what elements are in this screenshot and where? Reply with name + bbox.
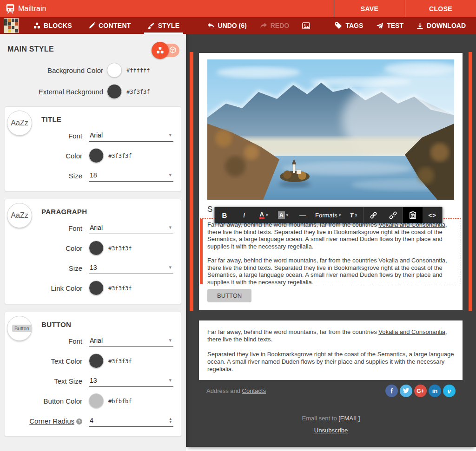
corner-radius-row: Corner Radius? 4▴▾ <box>13 414 173 428</box>
paragraph-2[interactable]: Far far away, behind the word mountains,… <box>207 257 456 286</box>
external-background-hex[interactable]: #3f3f3f <box>126 88 151 97</box>
button-textcolor-hex[interactable]: #3f3f3f <box>107 357 133 366</box>
external-background-swatch[interactable] <box>107 84 122 99</box>
paragraph-1[interactable]: Far far away, behind the word mountains,… <box>207 221 456 250</box>
paragraph-preview-badge: AaZz <box>7 203 32 228</box>
test-button[interactable]: TEST <box>370 17 409 34</box>
actions-group: TAGS TEST DOWNLOAD <box>329 17 476 34</box>
section-heading-fragment[interactable]: S <box>207 205 212 214</box>
spinner-down-icon[interactable]: ▾ <box>169 420 172 424</box>
hero-image[interactable] <box>207 59 454 200</box>
horizontal-rule-button[interactable]: — <box>293 207 312 223</box>
paragraph-card-heading: PARAGRAPH <box>41 205 173 216</box>
background-color-hex[interactable]: #ffffff <box>126 66 151 76</box>
link-button[interactable] <box>364 207 383 223</box>
button-font-select[interactable]: Arial▾ <box>89 335 173 347</box>
facebook-icon[interactable]: f <box>385 385 398 397</box>
italic-button[interactable]: I <box>234 207 254 223</box>
blocks-icon <box>33 22 40 29</box>
text-color-button[interactable]: A▾ <box>254 207 273 223</box>
title-size-select[interactable]: 18▾ <box>89 170 173 182</box>
title-font-select[interactable]: Arial▾ <box>89 130 173 142</box>
chevron-down-icon[interactable]: ▾ <box>339 213 341 217</box>
contacts-link[interactable]: Contacts <box>242 387 266 394</box>
unsubscribe-link[interactable]: Unsubscribe <box>314 427 348 434</box>
blocks-structure-toggle[interactable] <box>153 44 179 57</box>
chevron-down-icon: ▾ <box>169 224 172 230</box>
paragraph-color-hex[interactable]: #3f3f3f <box>107 244 133 254</box>
close-button[interactable]: CLOSE <box>405 0 476 17</box>
blocks-toggle-active[interactable] <box>152 42 169 59</box>
button-textcolor-swatch[interactable] <box>89 353 104 368</box>
gallery-button[interactable] <box>297 17 316 34</box>
editable-text-block[interactable]: Far far away, behind the word mountains,… <box>200 218 461 284</box>
email-block-text[interactable]: Far far away, behind the word mountains,… <box>199 320 463 380</box>
paragraph-font-select[interactable]: Arial▾ <box>89 222 173 234</box>
chevron-down-icon[interactable]: ▾ <box>266 213 268 217</box>
paragraph-linkcolor-swatch[interactable] <box>89 281 104 295</box>
paragraph-size-select[interactable]: 13▾ <box>89 262 173 274</box>
tab-content[interactable]: CONTENT <box>80 17 139 34</box>
chevron-down-icon[interactable]: ▾ <box>286 213 289 217</box>
topbar-spacer <box>46 0 334 17</box>
download-icon <box>416 22 423 29</box>
source-code-button[interactable]: <> <box>423 207 442 223</box>
email-button[interactable]: BUTTON <box>207 289 251 302</box>
googleplus-icon[interactable]: G+ <box>414 385 427 397</box>
paragraph-linkcolor-hex[interactable]: #3f3f3f <box>107 284 133 294</box>
selection-bar-right <box>469 52 472 311</box>
corner-radius-input[interactable]: 4▴▾ <box>89 415 173 427</box>
paragraph-color-row: Color #3f3f3f <box>13 241 173 255</box>
pencil-icon <box>89 22 95 29</box>
redo-label: REDO <box>271 22 289 29</box>
background-color-swatch[interactable] <box>107 63 122 78</box>
paste-as-text-button[interactable] <box>403 207 423 223</box>
paragraph-linkcolor-row: Link Color #3f3f3f <box>13 281 173 295</box>
save-button[interactable]: SAVE <box>334 0 405 17</box>
template-thumbnail[interactable] <box>4 18 19 33</box>
twitter-icon[interactable] <box>400 385 412 397</box>
tag-icon <box>335 22 342 29</box>
unlink-button[interactable] <box>383 207 403 223</box>
email-block-hero[interactable]: S Far far away, behind the word mountain… <box>199 53 463 310</box>
chevron-down-icon: ▾ <box>169 172 172 178</box>
title-size-label: Size <box>13 172 89 180</box>
undo-button[interactable]: UNDO (6) <box>202 17 252 34</box>
paragraph-color-label: Color <box>13 244 89 252</box>
editor-toolbar-bar: BLOCKS CONTENT STYLE UNDO (6) REDO <box>0 17 476 34</box>
block2-paragraph-2[interactable]: Separated they live in Bookmarksgrove ri… <box>207 351 454 373</box>
formats-dropdown[interactable]: Formats▾ <box>312 207 344 223</box>
button-color-swatch[interactable] <box>89 393 104 408</box>
tab-blocks[interactable]: BLOCKS <box>25 17 80 34</box>
history-group: UNDO (6) REDO <box>202 17 316 34</box>
corner-radius-label[interactable]: Corner Radius <box>29 417 74 425</box>
tags-button[interactable]: TAGS <box>329 17 369 34</box>
button-color-row: Button Color #bfbfbf <box>13 393 173 408</box>
email-link[interactable]: [EMAIL] <box>338 415 360 422</box>
bold-button[interactable]: B <box>215 207 234 223</box>
background-color-label: Background Color <box>0 66 107 74</box>
download-button[interactable]: DOWNLOAD <box>411 17 471 34</box>
paragraph-font-row: Font Arial▾ <box>13 221 173 235</box>
tab-style[interactable]: STYLE <box>139 17 188 34</box>
button-color-hex[interactable]: #bfbfbf <box>107 397 133 406</box>
linkedin-icon[interactable]: in <box>429 385 441 397</box>
tab-blocks-label: BLOCKS <box>44 22 72 29</box>
paragraph-color-swatch[interactable] <box>89 241 104 255</box>
button-textsize-select[interactable]: 13▾ <box>89 375 173 387</box>
vimeo-icon[interactable]: v <box>443 385 456 397</box>
title-style-card: AaZz TITLE Font Arial▾ Color #3f3f3f Siz… <box>5 106 181 191</box>
highlight-color-button[interactable]: A▾ <box>273 207 293 223</box>
redo-button[interactable]: REDO <box>254 17 295 34</box>
structure-cube-icon <box>169 46 176 54</box>
email-footer: Address and Contacts f G+ in v <box>206 385 456 397</box>
clear-formatting-button[interactable]: Tx <box>344 207 363 223</box>
help-icon[interactable]: ? <box>76 418 82 425</box>
block2-paragraph-1[interactable]: Far far away, behind the word mountains,… <box>207 328 454 343</box>
brush-icon <box>148 22 155 29</box>
undo-icon <box>207 22 215 29</box>
vokalia-link[interactable]: Vokalia and Consonantia <box>378 328 445 335</box>
title-color-swatch[interactable] <box>89 148 104 163</box>
email-preview: S Far far away, behind the word mountain… <box>186 34 476 447</box>
title-color-hex[interactable]: #3f3f3f <box>107 152 133 161</box>
